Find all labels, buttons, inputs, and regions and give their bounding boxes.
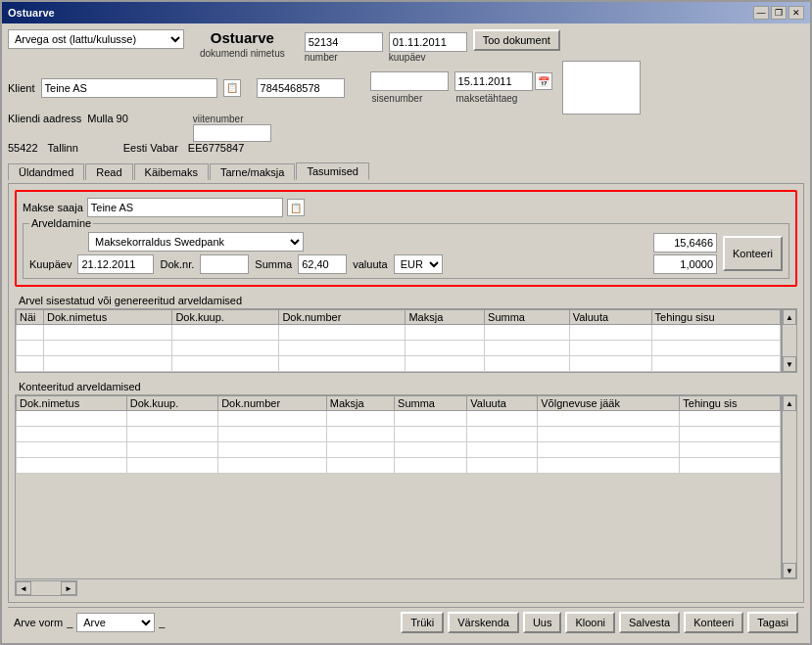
tab-tarne-maksja[interactable]: Tarne/maksja xyxy=(210,163,295,180)
table2-wrapper: Konteeritud arveldamised Dok.nimetus Dok… xyxy=(15,379,797,596)
tabs-row: Üldandmed Read Käibemaks Tarne/maksja Ta… xyxy=(8,161,804,179)
summa-input[interactable]: 62,40 xyxy=(298,254,347,274)
varskenda-button[interactable]: Värskenda xyxy=(448,612,519,633)
title-bar: Ostuarve — ❐ ✕ xyxy=(2,2,810,23)
notes-textarea[interactable] xyxy=(562,61,641,115)
kuupaev-label: Kuupäev xyxy=(29,258,72,270)
arveldamine-legend: Arveldamine xyxy=(29,217,93,229)
bottom-left: Arve vorm _ Arve _ xyxy=(14,613,167,632)
klient-input[interactable]: Teine AS xyxy=(41,78,217,98)
rate2-input[interactable]: 1,0000 xyxy=(653,254,717,274)
table2-scrollbar[interactable]: ▲ ▼ xyxy=(782,394,797,579)
table-row xyxy=(17,458,781,474)
arveldamine-inner: Maksekorraldus Swedpank Kuupäev 21.12.20… xyxy=(29,232,783,274)
dok-nr-input[interactable] xyxy=(200,254,249,274)
col-dok-nimetus: Dok.nimetus xyxy=(44,310,172,325)
table1-wrapper: Arvel sisestatud või genereeritud arveld… xyxy=(15,293,797,373)
col2-tehingu: Tehingu sis xyxy=(680,396,781,411)
scroll-down-btn2[interactable]: ▼ xyxy=(783,563,796,578)
h-scroll-right[interactable]: ► xyxy=(61,581,76,595)
uus-button[interactable]: Uus xyxy=(523,612,562,633)
summa-label: Summa xyxy=(255,258,292,270)
content-area: Makse saaja Teine AS 📋 Arveldamine Makse… xyxy=(8,183,804,603)
arvel-label: Arvel sisestatud või genereeritud arveld… xyxy=(15,293,797,308)
col-dok-number: Dok.number xyxy=(279,310,406,325)
table-row xyxy=(17,356,781,372)
konteeri-button[interactable]: Konteeri xyxy=(723,236,783,271)
scroll-up-btn2[interactable]: ▲ xyxy=(783,395,796,411)
viitenumber-input[interactable] xyxy=(193,124,271,142)
col2-valuuta: Valuuta xyxy=(467,396,538,411)
table1-scroll-container: Näi Dok.nimetus Dok.kuup. Dok.number Mak… xyxy=(15,308,797,373)
col-tehingu-sisu: Tehingu sisu xyxy=(651,310,780,325)
date2-label: maksetähtaeg xyxy=(456,93,552,104)
title-bar-controls: — ❐ ✕ xyxy=(753,6,804,20)
col-valuuta: Valuuta xyxy=(569,310,651,325)
date1-input[interactable]: 01.11.2011 xyxy=(389,32,467,52)
col-dok-kuup: Dok.kuup. xyxy=(172,310,279,325)
konteeri-bottom-button[interactable]: Konteeri xyxy=(684,612,743,633)
col2-dok-nimetus: Dok.nimetus xyxy=(17,396,127,411)
klient-doc-icon[interactable]: 📋 xyxy=(223,79,241,97)
calendar-icon[interactable]: 📅 xyxy=(535,72,552,90)
get-doc-button[interactable]: Too dokument xyxy=(473,29,560,51)
tab-read[interactable]: Read xyxy=(85,163,132,180)
phone-input[interactable]: 7845468578 xyxy=(257,78,345,98)
scroll-up-btn[interactable]: ▲ xyxy=(783,309,796,325)
rate1-input[interactable]: 15,6466 xyxy=(653,233,717,253)
col-nai: Näi xyxy=(17,310,44,325)
dok-nr-label: Dok.nr. xyxy=(160,258,194,270)
window-title: Ostuarve xyxy=(8,7,55,19)
truki-button[interactable]: Trüki xyxy=(401,612,444,633)
separator1: _ xyxy=(67,617,72,628)
doc-nimetus-label: dokumendi nimetus xyxy=(200,48,285,59)
makse-saaja-row: Makse saaja Teine AS 📋 xyxy=(23,198,789,217)
window-body: Arvega ost (lattu/kulusse) Ostuarve doku… xyxy=(2,23,810,643)
table-row xyxy=(17,411,781,427)
makse-saaja-label: Makse saaja xyxy=(23,202,83,213)
table2: Dok.nimetus Dok.kuup. Dok.number Maksja … xyxy=(16,395,781,474)
doc-title-block: Ostuarve dokumendi nimetus xyxy=(200,29,285,59)
h-scroll-track xyxy=(31,581,61,595)
date2-input[interactable]: 15.11.2011 xyxy=(454,71,533,91)
tab-uldandmed[interactable]: Üldandmed xyxy=(8,163,84,180)
tab-tasumised[interactable]: Tasumised xyxy=(296,162,369,180)
city-code: 55422 xyxy=(8,142,38,154)
arve-select[interactable]: Arve xyxy=(76,613,155,632)
sisenumber-label: sisenumber xyxy=(372,93,449,104)
table-row xyxy=(17,442,781,458)
address-label: Kliendi aadress xyxy=(8,113,81,124)
number-input[interactable]: 52134 xyxy=(305,32,383,52)
city-name: Tallinn xyxy=(48,142,78,154)
klient-label: Klient xyxy=(8,82,35,94)
separator2: _ xyxy=(159,617,165,628)
doc-type-field: Arvega ost (lattu/kulusse) xyxy=(8,29,184,49)
h-scroll[interactable]: ◄ ► xyxy=(15,580,77,596)
konteeritud-label: Konteeritud arveldamised xyxy=(15,379,797,394)
scroll-down-btn[interactable]: ▼ xyxy=(783,356,796,372)
close-button[interactable]: ✕ xyxy=(788,6,804,20)
col2-summa: Summa xyxy=(395,396,467,411)
doc-type-select[interactable]: Arvega ost (lattu/kulusse) xyxy=(8,29,184,49)
table1: Näi Dok.nimetus Dok.kuup. Dok.number Mak… xyxy=(16,309,781,372)
h-scroll-left[interactable]: ◄ xyxy=(16,581,31,595)
tagasi-button[interactable]: Tagasi xyxy=(747,612,798,633)
makse-saaja-icon[interactable]: 📋 xyxy=(287,199,305,216)
number-field: 52134 number xyxy=(305,32,383,63)
kuupaev-input[interactable]: 21.12.2011 xyxy=(77,254,154,274)
maksekorraldus-select[interactable]: Maksekorraldus Swedpank xyxy=(88,232,304,252)
arve-vorm-label: Arve vorm xyxy=(14,617,63,628)
klooni-button[interactable]: Klooni xyxy=(565,612,615,633)
minimize-button[interactable]: — xyxy=(753,6,769,20)
doc-main-title: Ostuarve xyxy=(211,29,274,46)
sisenumber-input[interactable] xyxy=(370,71,449,91)
restore-button[interactable]: ❐ xyxy=(771,6,787,20)
table1-scrollbar[interactable]: ▲ ▼ xyxy=(782,308,797,373)
payment-section: Makse saaja Teine AS 📋 Arveldamine Makse… xyxy=(15,190,797,287)
valuuta-select[interactable]: EUR xyxy=(394,254,443,274)
tab-kaibemaks[interactable]: Käibemaks xyxy=(134,163,209,180)
salvesta-button[interactable]: Salvesta xyxy=(619,612,680,633)
main-window: Ostuarve — ❐ ✕ Arvega ost (lattu/kulusse… xyxy=(0,0,812,645)
bottom-buttons: Trüki Värskenda Uus Klooni Salvesta Kont… xyxy=(401,612,798,633)
makse-saaja-input[interactable]: Teine AS xyxy=(87,198,283,217)
